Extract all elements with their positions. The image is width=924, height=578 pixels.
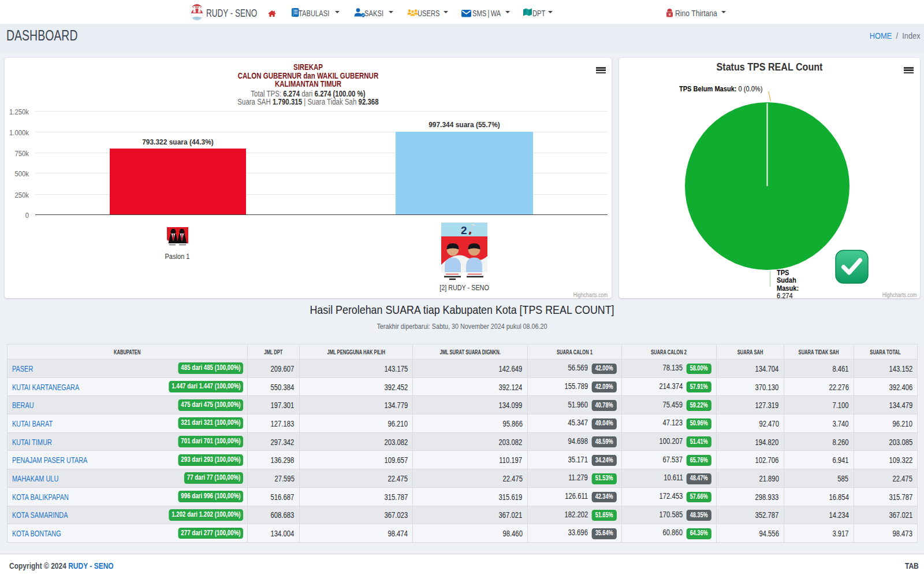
- svg-text:2: 2: [461, 224, 467, 236]
- svg-text:M: M: [669, 13, 671, 16]
